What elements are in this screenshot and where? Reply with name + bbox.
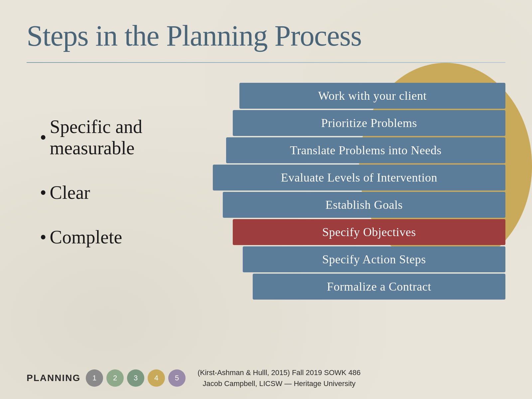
- footer-label: PLANNING: [27, 373, 80, 383]
- bullet-dot-3: •: [40, 226, 47, 248]
- bullet-text-2: Clear: [50, 182, 90, 203]
- slide-title: Steps in the Planning Process: [27, 20, 505, 52]
- step-label-1: Work with your client: [318, 89, 427, 103]
- bullet-text-1: Specific and measurable: [50, 116, 213, 159]
- bullet-item-1: • Specific and measurable: [40, 116, 213, 159]
- step-bar-5: Establish Goals: [223, 192, 505, 218]
- bullet-dot-1: •: [40, 127, 47, 148]
- right-column: Work with your client Prioritize Problem…: [213, 83, 505, 309]
- step-label-6: Specify Objectives: [322, 225, 416, 239]
- step-bar-6: Specify Objectives: [233, 219, 505, 245]
- page-circles: 1 2 3 4 5: [86, 369, 186, 387]
- step-bar-7: Specify Action Steps: [243, 246, 505, 272]
- slide: Steps in the Planning Process • Specific…: [0, 0, 532, 399]
- step-bar-1: Work with your client: [239, 83, 505, 109]
- bullet-item-3: • Complete: [40, 226, 213, 248]
- step-bar-4: Evaluate Levels of Intervention: [213, 165, 505, 191]
- page-circle-1[interactable]: 1: [86, 369, 103, 387]
- bullet-dot-2: •: [40, 182, 47, 203]
- step-label-5: Establish Goals: [326, 198, 403, 212]
- divider: [27, 62, 505, 63]
- citation-line-2: Jacob Campbell, LICSW — Heritage Univers…: [198, 378, 360, 389]
- page-circle-3[interactable]: 3: [127, 369, 144, 387]
- page-circle-4[interactable]: 4: [148, 369, 165, 387]
- left-column: • Specific and measurable • Clear • Comp…: [27, 83, 213, 271]
- step-bar-2: Prioritize Problems: [233, 110, 505, 136]
- step-label-2: Prioritize Problems: [321, 116, 417, 130]
- bullet-text-3: Complete: [50, 226, 122, 248]
- bullet-item-2: • Clear: [40, 182, 213, 203]
- step-bar-8: Formalize a Contract: [253, 274, 505, 300]
- footer-citation: (Kirst-Ashman & Hulll, 2015) Fall 2019 S…: [198, 367, 360, 389]
- page-circle-5[interactable]: 5: [168, 369, 186, 387]
- citation-line-1: (Kirst-Ashman & Hulll, 2015) Fall 2019 S…: [198, 367, 360, 378]
- step-label-4: Evaluate Levels of Intervention: [281, 171, 437, 185]
- main-content: • Specific and measurable • Clear • Comp…: [27, 83, 505, 309]
- step-label-3: Translate Problems into Needs: [290, 143, 442, 157]
- step-label-7: Specify Action Steps: [322, 252, 426, 266]
- step-bar-3: Translate Problems into Needs: [226, 137, 505, 163]
- steps-container: Work with your client Prioritize Problem…: [213, 83, 505, 309]
- footer: PLANNING 1 2 3 4 5 (Kirst-Ashman & Hulll…: [27, 367, 505, 389]
- step-label-8: Formalize a Contract: [327, 280, 431, 294]
- page-circle-2[interactable]: 2: [106, 369, 124, 387]
